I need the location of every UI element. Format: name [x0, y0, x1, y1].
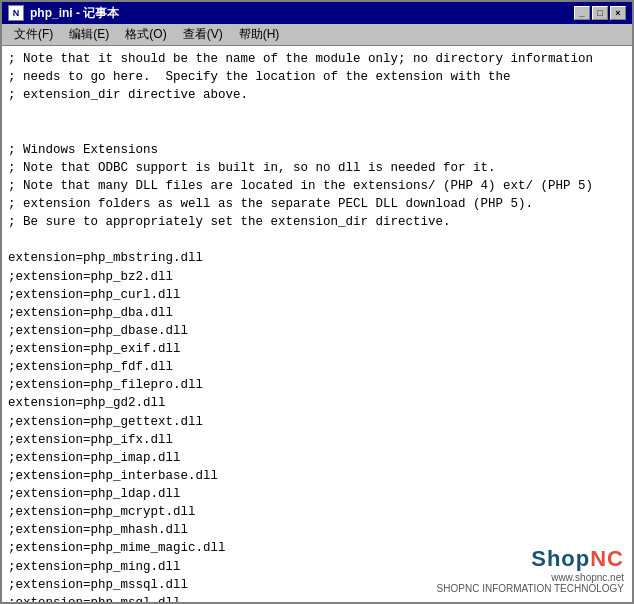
watermark: ShopNC www.shopnc.net SHOPNC INFORMATION… — [437, 546, 624, 594]
menu-bar: 文件(F)编辑(E)格式(O)查看(V)帮助(H) — [2, 24, 632, 46]
menu-item[interactable]: 查看(V) — [175, 24, 231, 45]
title-buttons: _ □ × — [574, 6, 626, 20]
menu-item[interactable]: 文件(F) — [6, 24, 61, 45]
close-button[interactable]: × — [610, 6, 626, 20]
title-bar: N php_ini - 记事本 _ □ × — [2, 2, 632, 24]
menu-item[interactable]: 格式(O) — [117, 24, 174, 45]
menu-item[interactable]: 编辑(E) — [61, 24, 117, 45]
content-area: ; Note that it should be the name of the… — [2, 46, 632, 602]
app-icon: N — [8, 5, 24, 21]
watermark-url: www.shopnc.net — [437, 572, 624, 583]
minimize-button[interactable]: _ — [574, 6, 590, 20]
notepad-window: N php_ini - 记事本 _ □ × 文件(F)编辑(E)格式(O)查看(… — [0, 0, 634, 604]
menu-item[interactable]: 帮助(H) — [231, 24, 288, 45]
title-bar-left: N php_ini - 记事本 — [8, 5, 119, 22]
window-title: php_ini - 记事本 — [30, 5, 119, 22]
text-editor[interactable]: ; Note that it should be the name of the… — [8, 50, 626, 602]
maximize-button[interactable]: □ — [592, 6, 608, 20]
watermark-sub: SHOPNC INFORMATION TECHNOLOGY — [437, 583, 624, 594]
watermark-logo: ShopNC — [437, 546, 624, 572]
